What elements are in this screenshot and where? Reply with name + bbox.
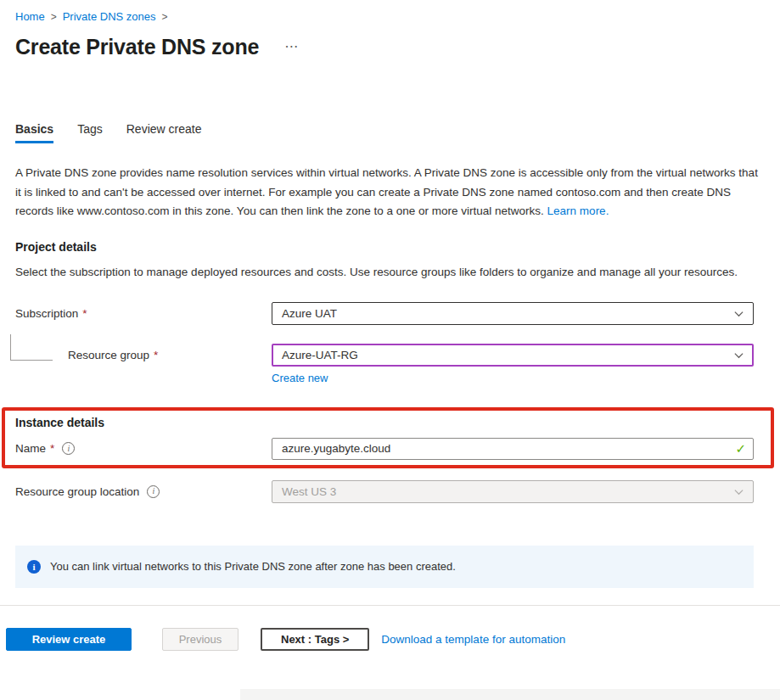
- intro-text: A Private DNS zone provides name resolut…: [15, 166, 758, 217]
- tab-basics[interactable]: Basics: [15, 122, 53, 143]
- footer-action-bar: Review create Previous Next : Tags > Dow…: [6, 628, 765, 651]
- info-banner-text: You can link virtual networks to this Pr…: [50, 560, 456, 573]
- name-input[interactable]: [272, 438, 754, 460]
- more-options-icon[interactable]: ⋯: [284, 40, 300, 53]
- required-asterisk: *: [50, 442, 54, 455]
- resource-group-control: Azure-UAT-RG: [272, 344, 754, 367]
- create-new-link[interactable]: Create new: [272, 372, 328, 384]
- tab-tags[interactable]: Tags: [77, 122, 103, 143]
- subscription-control: Azure UAT: [272, 302, 754, 325]
- required-asterisk: *: [82, 307, 87, 320]
- intro-description: A Private DNS zone provides name resolut…: [15, 164, 762, 221]
- instance-details-heading: Instance details: [15, 416, 771, 429]
- create-new-wrap: Create new: [272, 372, 765, 385]
- chevron-down-icon: [733, 350, 744, 361]
- info-icon[interactable]: i: [147, 485, 160, 498]
- breadcrumb-private-dns-zones-link[interactable]: Private DNS zones: [63, 10, 156, 23]
- breadcrumb-separator: >: [162, 11, 168, 23]
- resource-group-dropdown[interactable]: Azure-UAT-RG: [272, 344, 754, 367]
- learn-more-link[interactable]: Learn more.: [547, 204, 609, 217]
- title-row: Create Private DNS zone ⋯: [15, 34, 765, 59]
- name-label-text: Name: [15, 442, 46, 455]
- resource-group-label-text: Resource group: [68, 349, 149, 361]
- location-dropdown-disabled: West US 3: [272, 480, 754, 503]
- name-field-row: Name * i ✓: [15, 438, 771, 460]
- location-value: West US 3: [282, 485, 336, 498]
- subscription-label: Subscription *: [15, 307, 272, 320]
- info-banner: i You can link virtual networks to this …: [15, 546, 754, 588]
- tab-review-create[interactable]: Review create: [126, 122, 202, 143]
- required-asterisk: *: [154, 349, 158, 361]
- create-private-dns-zone-page: Home>Private DNS zones> Create Private D…: [0, 0, 780, 651]
- next-tags-button[interactable]: Next : Tags >: [261, 628, 369, 651]
- chevron-down-icon: [733, 486, 744, 497]
- location-label-text: Resource group location: [15, 485, 139, 498]
- review-create-button[interactable]: Review create: [6, 628, 132, 651]
- resource-group-value: Azure-UAT-RG: [282, 349, 358, 361]
- resource-group-label: Resource group *: [15, 349, 272, 361]
- chevron-down-icon: [733, 308, 744, 319]
- wizard-tabs: Basics Tags Review create: [15, 122, 765, 143]
- footer-divider: [0, 605, 780, 606]
- project-details-heading: Project details: [15, 240, 765, 255]
- resource-group-field-row: Resource group * Azure-UAT-RG: [15, 344, 765, 367]
- nesting-connector: [10, 334, 53, 361]
- previous-button: Previous: [162, 628, 238, 651]
- page-title: Create Private DNS zone: [15, 34, 259, 59]
- annotation-highlight: Instance details Name * i ✓: [2, 407, 774, 468]
- location-field-row: Resource group location i West US 3: [15, 480, 765, 503]
- info-banner-icon: i: [27, 560, 41, 574]
- subscription-field-row: Subscription * Azure UAT: [15, 302, 765, 325]
- location-label: Resource group location i: [15, 485, 272, 498]
- breadcrumb: Home>Private DNS zones>: [15, 10, 765, 24]
- breadcrumb-separator: >: [51, 11, 57, 23]
- location-control: West US 3: [272, 480, 754, 503]
- download-template-link[interactable]: Download a template for automation: [381, 633, 565, 646]
- name-control: ✓: [272, 438, 754, 460]
- project-details-description: Select the subscription to manage deploy…: [15, 263, 762, 282]
- info-icon[interactable]: i: [62, 442, 75, 455]
- subscription-value: Azure UAT: [282, 307, 337, 320]
- name-label: Name * i: [15, 442, 272, 455]
- bottom-strip: [240, 689, 780, 700]
- subscription-dropdown[interactable]: Azure UAT: [272, 302, 754, 325]
- subscription-label-text: Subscription: [15, 307, 78, 320]
- breadcrumb-home-link[interactable]: Home: [15, 10, 45, 23]
